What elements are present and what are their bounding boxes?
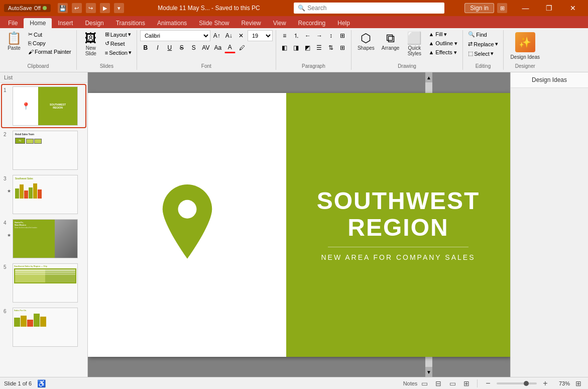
arrange-button[interactable]: ⧉ Arrange xyxy=(379,30,403,58)
normal-view-button[interactable]: ▭ xyxy=(419,378,430,388)
section-button[interactable]: ≡ Section ▾ xyxy=(103,48,134,57)
tab-file[interactable]: File xyxy=(2,18,24,28)
columns-button[interactable]: ⊞ xyxy=(337,30,348,41)
arrange-icon: ⧉ xyxy=(386,32,395,44)
restore-button[interactable]: ❐ xyxy=(538,0,560,16)
presentation-icon[interactable]: ▶ xyxy=(100,3,110,13)
slide-sorter-button[interactable]: ⊟ xyxy=(433,378,444,388)
decrease-font-button[interactable]: A↓ xyxy=(223,30,234,41)
window-controls: — ❐ ✕ xyxy=(514,0,584,16)
quick-styles-button[interactable]: ⬜ QuickStyles xyxy=(403,30,425,58)
shape-format-btns: ▲ Fill ▾ ▲ Outline ▾ ▲ Effects ▾ xyxy=(426,30,459,58)
slide-list: 1 📍 SOUTHWESTREGION 2 Retail Sales Team xyxy=(0,83,87,377)
slide-item-5[interactable]: 5 Southwest Sales by Region — City xyxy=(2,262,85,304)
font-size-select[interactable]: 19 xyxy=(248,30,273,41)
ribbon-toggle-icon[interactable]: ⊞ xyxy=(497,3,507,13)
font-label: Font xyxy=(137,63,276,69)
justify-button[interactable]: ☰ xyxy=(314,42,325,53)
paste-icon: 📋 xyxy=(7,32,22,44)
text-direction-button[interactable]: ⇅ xyxy=(325,42,336,53)
sign-in-button[interactable]: Sign in xyxy=(464,3,494,13)
close-button[interactable]: ✕ xyxy=(561,0,584,16)
numbering-button[interactable]: ⒈ xyxy=(291,30,302,41)
font-family-select[interactable]: Calibri xyxy=(140,30,210,41)
drawing-label: Drawing xyxy=(351,63,462,69)
decrease-indent-button[interactable]: ← xyxy=(302,30,313,41)
tab-home[interactable]: Home xyxy=(24,18,52,28)
zoom-in-button[interactable]: + xyxy=(540,378,551,388)
char-spacing-button[interactable]: AV xyxy=(200,42,211,53)
strikethrough-button[interactable]: S xyxy=(176,42,187,53)
shape-effects-button[interactable]: ▲ Effects ▾ xyxy=(426,48,459,57)
save-icon[interactable]: 💾 xyxy=(58,3,68,13)
shape-fill-button[interactable]: ▲ Fill ▾ xyxy=(426,30,459,39)
tab-help[interactable]: Help xyxy=(331,18,356,28)
search-input[interactable] xyxy=(307,5,440,12)
align-center-button[interactable]: ◨ xyxy=(291,42,302,53)
font-color-button[interactable]: A xyxy=(224,42,236,53)
ribbon: 📋 Paste ✂ Cut ⎘ Copy 🖌 Format Painter Cl… xyxy=(0,28,588,72)
tab-recording[interactable]: Recording xyxy=(292,18,332,28)
find-button[interactable]: 🔍 Find xyxy=(466,30,500,39)
slide-item-1[interactable]: 1 📍 SOUTHWESTREGION xyxy=(2,85,85,127)
slide-thumb-1: 📍 SOUTHWESTREGION xyxy=(13,86,78,126)
cut-button[interactable]: ✂ Cut xyxy=(26,30,73,39)
replace-button[interactable]: ⇄ Replace ▾ xyxy=(466,40,500,48)
copy-button[interactable]: ⎘ Copy xyxy=(26,39,73,47)
shadow-button[interactable]: S xyxy=(188,42,199,53)
shapes-button[interactable]: ⬡ Shapes xyxy=(355,30,378,58)
italic-button[interactable]: I xyxy=(152,42,163,53)
font-row1: Calibri A↑ A↓ ✕ 19 xyxy=(140,30,273,41)
increase-indent-button[interactable]: → xyxy=(314,30,325,41)
tab-animations[interactable]: Animations xyxy=(151,18,193,28)
increase-font-button[interactable]: A↑ xyxy=(211,30,222,41)
slide-item-6[interactable]: 6 Sales For Us xyxy=(2,306,85,348)
line-spacing-button[interactable]: ↕ xyxy=(325,30,336,41)
bold-button[interactable]: B xyxy=(140,42,151,53)
format-painter-button[interactable]: 🖌 Format Painter xyxy=(26,48,73,56)
zoom-slider[interactable] xyxy=(497,382,537,384)
zoom-out-button[interactable]: − xyxy=(483,378,494,388)
tab-design[interactable]: Design xyxy=(79,18,109,28)
undo-icon[interactable]: ↩ xyxy=(72,3,82,13)
slide-item-2[interactable]: 2 Retail Sales Team Mgr xyxy=(2,129,85,171)
quick-styles-icon: ⬜ xyxy=(407,32,422,44)
customize-icon[interactable]: ▾ xyxy=(114,3,124,13)
presenter-view-button[interactable]: ⊞ xyxy=(461,378,472,388)
tab-view[interactable]: View xyxy=(267,18,292,28)
tab-slideshow[interactable]: Slide Show xyxy=(193,18,235,28)
select-button[interactable]: ⬚ Select ▾ xyxy=(466,49,500,58)
new-slide-button[interactable]: 🖼 NewSlide xyxy=(80,30,102,58)
new-slide-icon: 🖼 xyxy=(85,32,97,44)
align-right-button[interactable]: ◩ xyxy=(302,42,313,53)
autosave-toggle[interactable]: AutoSave Off xyxy=(4,4,51,12)
tab-insert[interactable]: Insert xyxy=(52,18,79,28)
notes-button[interactable]: Notes xyxy=(405,378,416,388)
redo-icon[interactable]: ↪ xyxy=(86,3,96,13)
paste-button[interactable]: 📋 Paste xyxy=(3,30,25,53)
slide-left-panel xyxy=(88,93,286,357)
slide-item-3[interactable]: 3 ★ Southwest Sales xyxy=(2,173,85,216)
slide-thumb-2: Retail Sales Team Mgr xyxy=(13,131,78,170)
fit-slide-button[interactable]: ⊞ xyxy=(573,378,584,388)
layout-button[interactable]: ⊞ Layout ▾ xyxy=(103,30,134,39)
reset-button[interactable]: ↺ Reset xyxy=(103,39,134,48)
align-left-button[interactable]: ◧ xyxy=(279,42,290,53)
tab-review[interactable]: Review xyxy=(235,18,267,28)
tab-transitions[interactable]: Transitions xyxy=(110,18,151,28)
title-center: Module 11 May S... - Saved to this PC xyxy=(124,5,294,12)
shape-outline-button[interactable]: ▲ Outline ▾ xyxy=(426,39,459,48)
accessibility-icon[interactable]: ♿ xyxy=(36,378,47,388)
bullets-button[interactable]: ≡ xyxy=(279,30,290,41)
change-case-button[interactable]: Aa xyxy=(212,42,223,53)
slide-item-4[interactable]: 4 ★ Santa Fe,New Mexico Some text here a… xyxy=(2,218,85,260)
clear-format-button[interactable]: ✕ xyxy=(236,30,247,41)
reading-view-button[interactable]: ▭ xyxy=(447,378,458,388)
main-area: List 1 📍 SOUTHWESTREGION 2 xyxy=(0,72,588,377)
minimize-button[interactable]: — xyxy=(514,0,537,16)
convert-smartart-button[interactable]: ⊞ xyxy=(337,42,348,53)
design-ideas-button[interactable]: ✨ Design Ideas xyxy=(507,30,544,67)
highlight-button[interactable]: 🖊 xyxy=(237,42,248,53)
underline-button[interactable]: U xyxy=(164,42,175,53)
editing-group: 🔍 Find ⇄ Replace ▾ ⬚ Select ▾ Editing xyxy=(463,30,503,70)
